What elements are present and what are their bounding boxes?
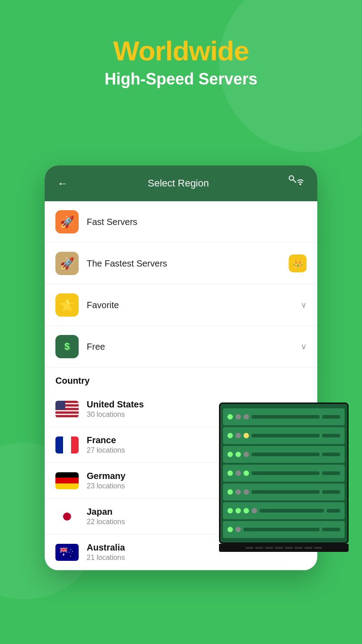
server-rack-front xyxy=(219,402,349,552)
fast-servers-label: Fast Servers xyxy=(87,217,307,227)
crown-icon: 👑 xyxy=(289,254,307,272)
flag-au xyxy=(55,544,79,561)
chevron-down-icon: ∨ xyxy=(301,300,307,310)
flag-jp xyxy=(55,508,79,525)
menu-list: 🚀 Fast Servers 🚀 The Fastest Servers 👑 ⭐… xyxy=(45,201,317,368)
fastest-servers-label: The Fastest Servers xyxy=(87,258,289,269)
card-header: ← Select Region xyxy=(45,165,317,201)
free-icon: $ xyxy=(55,335,79,358)
free-label: Free xyxy=(87,342,301,352)
hero-title: Worldwide xyxy=(0,36,362,66)
wifi-search-icon[interactable] xyxy=(289,175,305,191)
header-title: Select Region xyxy=(148,178,209,189)
menu-item-free[interactable]: $ Free ∨ xyxy=(45,326,317,368)
fastest-servers-icon: 🚀 xyxy=(55,252,79,275)
menu-item-fastest-servers[interactable]: 🚀 The Fastest Servers 👑 xyxy=(45,243,317,284)
fast-servers-icon: 🚀 xyxy=(55,210,79,233)
country-section-header: Country xyxy=(45,368,317,391)
menu-item-favorite[interactable]: ⭐ Favorite ∨ xyxy=(45,284,317,326)
flag-de xyxy=(55,472,79,489)
chevron-down-icon-free: ∨ xyxy=(301,342,307,352)
flag-us xyxy=(55,401,79,418)
flag-fr xyxy=(55,436,79,453)
favorite-right: ∨ xyxy=(301,300,307,310)
free-right: ∨ xyxy=(301,342,307,352)
country-section-label: Country xyxy=(55,376,307,386)
favorite-icon: ⭐ xyxy=(55,293,79,317)
hero-subtitle: High-Speed Servers xyxy=(0,70,362,89)
menu-item-fast-servers[interactable]: 🚀 Fast Servers xyxy=(45,201,317,243)
hero-section: Worldwide High-Speed Servers xyxy=(0,0,362,106)
svg-point-2 xyxy=(299,183,301,185)
fastest-servers-right: 👑 xyxy=(289,254,307,272)
favorite-label: Favorite xyxy=(87,300,301,310)
au-locations: 21 locations xyxy=(87,554,307,562)
svg-line-1 xyxy=(293,180,296,182)
back-button[interactable]: ← xyxy=(57,177,68,190)
